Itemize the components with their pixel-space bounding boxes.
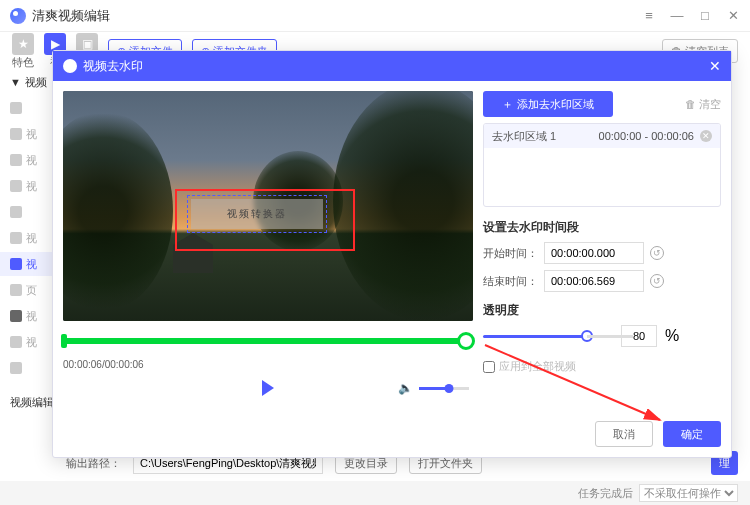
sidebar-item[interactable]: 视 (0, 174, 54, 198)
title-bar: 清爽视频编辑 ≡ — □ ✕ (0, 0, 750, 32)
sidebar: ▼ 视频 视 视 视 视 视 页 视 视 视频编辑 (0, 70, 54, 460)
time-display: 00:00:06/00:00:06 (63, 359, 473, 370)
modal-close-button[interactable]: ✕ (709, 58, 721, 74)
opacity-unit: % (665, 327, 679, 345)
status-label: 任务完成后 (578, 486, 633, 501)
region-delete-icon[interactable]: ✕ (700, 130, 712, 142)
sidebar-item[interactable]: 页 (0, 278, 54, 302)
sidebar-item[interactable]: 视 (0, 122, 54, 146)
confirm-button[interactable]: 确定 (663, 421, 721, 447)
sidebar-item[interactable] (0, 356, 54, 380)
region-item[interactable]: 去水印区域 1 00:00:00 - 00:00:06 ✕ (484, 124, 720, 148)
sidebar-item[interactable]: 视 (0, 304, 54, 328)
app-logo-icon (10, 8, 26, 24)
tab-icon-1[interactable]: ★ (12, 33, 34, 55)
volume-icon[interactable]: 🔈 (398, 381, 413, 395)
opacity-label: 透明度 (483, 302, 721, 319)
volume-slider[interactable] (419, 387, 469, 390)
sidebar-item[interactable]: 视 (0, 148, 54, 172)
sidebar-item[interactable]: 视 (0, 226, 54, 250)
scrub-start-handle[interactable] (61, 334, 67, 348)
reset-start-icon[interactable]: ↺ (650, 246, 664, 260)
scrubber[interactable] (63, 329, 473, 353)
watermark-overlay: 视频转换器 (191, 199, 323, 229)
time-section-title: 设置去水印时间段 (483, 219, 721, 236)
modal-title: 视频去水印 (83, 58, 143, 75)
sidebar-item-watermark[interactable]: 视 (0, 252, 54, 276)
start-label: 开始时间： (483, 246, 538, 261)
app-title: 清爽视频编辑 (32, 7, 110, 25)
sidebar-item[interactable] (0, 200, 54, 224)
tab-label-1: 特色 (12, 55, 34, 70)
start-time-input[interactable] (544, 242, 644, 264)
watermark-modal: 视频去水印 ✕ 视频转换器 00:00:06/00:00:06 (52, 50, 732, 458)
status-bar: 任务完成后 不采取任何操作 (0, 481, 750, 505)
end-label: 结束时间： (483, 274, 538, 289)
play-button[interactable] (262, 380, 274, 396)
sidebar-item[interactable] (0, 96, 54, 120)
close-button[interactable]: ✕ (726, 8, 740, 23)
modal-logo-icon (63, 59, 77, 73)
sidebar-item[interactable]: 视 (0, 330, 54, 354)
scrub-end-handle[interactable] (457, 332, 475, 350)
sidebar-section[interactable]: ▼ 视频 (0, 70, 54, 94)
apply-all-label: 应用到全部视频 (499, 359, 576, 374)
end-time-input[interactable] (544, 270, 644, 292)
video-preview[interactable]: 视频转换器 (63, 91, 473, 321)
add-region-button[interactable]: ＋ 添加去水印区域 (483, 91, 613, 117)
cancel-button[interactable]: 取消 (595, 421, 653, 447)
opacity-slider[interactable] (483, 335, 613, 338)
menu-icon[interactable]: ≡ (642, 8, 656, 23)
apply-all-checkbox[interactable] (483, 361, 495, 373)
maximize-button[interactable]: □ (698, 8, 712, 23)
region-list: 去水印区域 1 00:00:00 - 00:00:06 ✕ (483, 123, 721, 207)
region-name: 去水印区域 1 (492, 129, 556, 144)
reset-end-icon[interactable]: ↺ (650, 274, 664, 288)
modal-header: 视频去水印 ✕ (53, 51, 731, 81)
status-select[interactable]: 不采取任何操作 (639, 484, 738, 502)
minimize-button[interactable]: — (670, 8, 684, 23)
region-range: 00:00:00 - 00:00:06 (599, 130, 694, 142)
sidebar-section-bottom[interactable]: 视频编辑 (0, 390, 54, 414)
clear-regions-button[interactable]: 🗑 清空 (685, 97, 721, 112)
